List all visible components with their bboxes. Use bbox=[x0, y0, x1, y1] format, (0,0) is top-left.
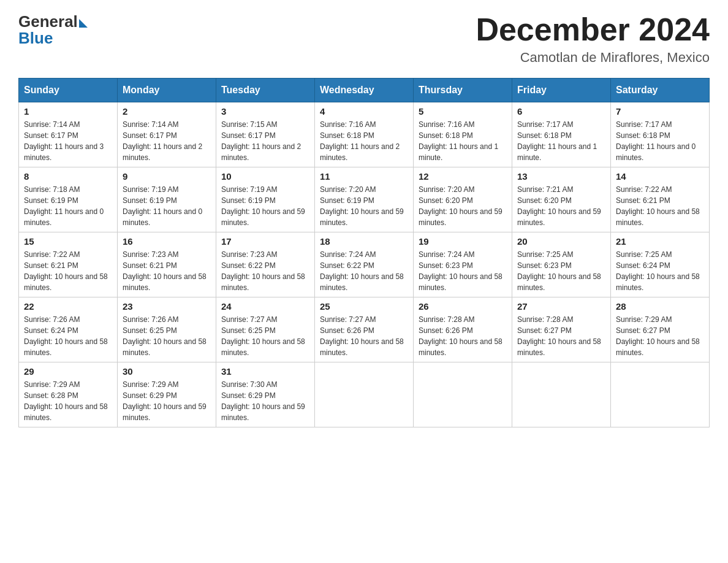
calendar-cell bbox=[512, 362, 611, 427]
day-number: 27 bbox=[517, 301, 605, 312]
calendar-cell bbox=[611, 362, 710, 427]
day-number: 16 bbox=[123, 236, 211, 247]
day-info: Sunrise: 7:19 AMSunset: 6:19 PMDaylight:… bbox=[123, 184, 211, 228]
column-header-thursday: Thursday bbox=[414, 79, 512, 102]
calendar-cell: 29 Sunrise: 7:29 AMSunset: 6:28 PMDaylig… bbox=[19, 362, 118, 427]
day-number: 1 bbox=[24, 106, 112, 117]
calendar-week-row: 22 Sunrise: 7:26 AMSunset: 6:24 PMDaylig… bbox=[19, 297, 710, 362]
calendar-cell: 21 Sunrise: 7:25 AMSunset: 6:24 PMDaylig… bbox=[611, 232, 710, 297]
day-info: Sunrise: 7:28 AMSunset: 6:26 PMDaylight:… bbox=[419, 314, 507, 358]
calendar-cell bbox=[315, 362, 414, 427]
day-info: Sunrise: 7:26 AMSunset: 6:24 PMDaylight:… bbox=[24, 314, 112, 358]
calendar-cell: 17 Sunrise: 7:23 AMSunset: 6:22 PMDaylig… bbox=[216, 232, 315, 297]
day-number: 3 bbox=[221, 106, 309, 117]
day-info: Sunrise: 7:20 AMSunset: 6:19 PMDaylight:… bbox=[320, 184, 408, 228]
day-info: Sunrise: 7:27 AMSunset: 6:25 PMDaylight:… bbox=[221, 314, 309, 358]
calendar-cell: 18 Sunrise: 7:24 AMSunset: 6:22 PMDaylig… bbox=[315, 232, 414, 297]
day-number: 26 bbox=[419, 301, 507, 312]
calendar-cell: 10 Sunrise: 7:19 AMSunset: 6:19 PMDaylig… bbox=[216, 167, 315, 232]
calendar-cell: 1 Sunrise: 7:14 AMSunset: 6:17 PMDayligh… bbox=[19, 102, 118, 167]
day-number: 30 bbox=[123, 366, 211, 377]
day-info: Sunrise: 7:24 AMSunset: 6:23 PMDaylight:… bbox=[419, 249, 507, 293]
day-number: 20 bbox=[517, 236, 605, 247]
day-info: Sunrise: 7:21 AMSunset: 6:20 PMDaylight:… bbox=[517, 184, 605, 228]
calendar-cell: 20 Sunrise: 7:25 AMSunset: 6:23 PMDaylig… bbox=[512, 232, 611, 297]
day-number: 13 bbox=[517, 171, 605, 182]
day-number: 22 bbox=[24, 301, 112, 312]
day-info: Sunrise: 7:29 AMSunset: 6:29 PMDaylight:… bbox=[123, 379, 211, 423]
calendar-cell: 23 Sunrise: 7:26 AMSunset: 6:25 PMDaylig… bbox=[118, 297, 216, 362]
day-info: Sunrise: 7:28 AMSunset: 6:27 PMDaylight:… bbox=[517, 314, 605, 358]
day-number: 7 bbox=[616, 106, 704, 117]
day-info: Sunrise: 7:15 AMSunset: 6:17 PMDaylight:… bbox=[221, 119, 309, 163]
day-number: 19 bbox=[419, 236, 507, 247]
day-info: Sunrise: 7:17 AMSunset: 6:18 PMDaylight:… bbox=[517, 119, 605, 163]
calendar-cell: 2 Sunrise: 7:14 AMSunset: 6:17 PMDayligh… bbox=[118, 102, 216, 167]
day-info: Sunrise: 7:27 AMSunset: 6:26 PMDaylight:… bbox=[320, 314, 408, 358]
calendar-cell: 27 Sunrise: 7:28 AMSunset: 6:27 PMDaylig… bbox=[512, 297, 611, 362]
column-header-saturday: Saturday bbox=[611, 79, 710, 102]
calendar-cell: 8 Sunrise: 7:18 AMSunset: 6:19 PMDayligh… bbox=[19, 167, 118, 232]
day-info: Sunrise: 7:19 AMSunset: 6:19 PMDaylight:… bbox=[221, 184, 309, 228]
day-number: 9 bbox=[123, 171, 211, 182]
day-info: Sunrise: 7:25 AMSunset: 6:23 PMDaylight:… bbox=[517, 249, 605, 293]
day-number: 29 bbox=[24, 366, 112, 377]
header: General Blue December 2024 Camotlan de M… bbox=[18, 12, 710, 66]
column-header-tuesday: Tuesday bbox=[216, 79, 315, 102]
calendar-cell: 25 Sunrise: 7:27 AMSunset: 6:26 PMDaylig… bbox=[315, 297, 414, 362]
day-info: Sunrise: 7:26 AMSunset: 6:25 PMDaylight:… bbox=[123, 314, 211, 358]
day-number: 15 bbox=[24, 236, 112, 247]
calendar-week-row: 29 Sunrise: 7:29 AMSunset: 6:28 PMDaylig… bbox=[19, 362, 710, 427]
day-info: Sunrise: 7:22 AMSunset: 6:21 PMDaylight:… bbox=[616, 184, 704, 228]
calendar-cell: 30 Sunrise: 7:29 AMSunset: 6:29 PMDaylig… bbox=[118, 362, 216, 427]
day-info: Sunrise: 7:29 AMSunset: 6:28 PMDaylight:… bbox=[24, 379, 112, 423]
calendar-cell: 5 Sunrise: 7:16 AMSunset: 6:18 PMDayligh… bbox=[414, 102, 512, 167]
calendar-cell: 15 Sunrise: 7:22 AMSunset: 6:21 PMDaylig… bbox=[19, 232, 118, 297]
calendar-week-row: 8 Sunrise: 7:18 AMSunset: 6:19 PMDayligh… bbox=[19, 167, 710, 232]
day-number: 2 bbox=[123, 106, 211, 117]
calendar-cell: 9 Sunrise: 7:19 AMSunset: 6:19 PMDayligh… bbox=[118, 167, 216, 232]
day-number: 14 bbox=[616, 171, 704, 182]
day-number: 28 bbox=[616, 301, 704, 312]
month-title: December 2024 bbox=[476, 12, 710, 47]
day-number: 18 bbox=[320, 236, 408, 247]
day-info: Sunrise: 7:23 AMSunset: 6:22 PMDaylight:… bbox=[221, 249, 309, 293]
logo-blue-text: Blue bbox=[18, 29, 53, 48]
column-header-friday: Friday bbox=[512, 79, 611, 102]
calendar-cell: 26 Sunrise: 7:28 AMSunset: 6:26 PMDaylig… bbox=[414, 297, 512, 362]
column-header-sunday: Sunday bbox=[19, 79, 118, 102]
logo-arrow-icon bbox=[79, 19, 88, 28]
column-header-monday: Monday bbox=[118, 79, 216, 102]
day-number: 25 bbox=[320, 301, 408, 312]
day-number: 24 bbox=[221, 301, 309, 312]
calendar-cell: 11 Sunrise: 7:20 AMSunset: 6:19 PMDaylig… bbox=[315, 167, 414, 232]
calendar-cell: 6 Sunrise: 7:17 AMSunset: 6:18 PMDayligh… bbox=[512, 102, 611, 167]
day-info: Sunrise: 7:25 AMSunset: 6:24 PMDaylight:… bbox=[616, 249, 704, 293]
calendar-cell: 3 Sunrise: 7:15 AMSunset: 6:17 PMDayligh… bbox=[216, 102, 315, 167]
day-number: 6 bbox=[517, 106, 605, 117]
day-info: Sunrise: 7:24 AMSunset: 6:22 PMDaylight:… bbox=[320, 249, 408, 293]
column-header-wednesday: Wednesday bbox=[315, 79, 414, 102]
day-number: 8 bbox=[24, 171, 112, 182]
calendar-table: SundayMondayTuesdayWednesdayThursdayFrid… bbox=[18, 78, 710, 427]
day-info: Sunrise: 7:29 AMSunset: 6:27 PMDaylight:… bbox=[616, 314, 704, 358]
day-info: Sunrise: 7:16 AMSunset: 6:18 PMDaylight:… bbox=[419, 119, 507, 163]
calendar-cell: 13 Sunrise: 7:21 AMSunset: 6:20 PMDaylig… bbox=[512, 167, 611, 232]
logo: General Blue bbox=[18, 12, 88, 48]
day-info: Sunrise: 7:16 AMSunset: 6:18 PMDaylight:… bbox=[320, 119, 408, 163]
calendar-header-row: SundayMondayTuesdayWednesdayThursdayFrid… bbox=[19, 79, 710, 102]
calendar-cell: 31 Sunrise: 7:30 AMSunset: 6:29 PMDaylig… bbox=[216, 362, 315, 427]
calendar-cell: 12 Sunrise: 7:20 AMSunset: 6:20 PMDaylig… bbox=[414, 167, 512, 232]
day-info: Sunrise: 7:17 AMSunset: 6:18 PMDaylight:… bbox=[616, 119, 704, 163]
day-number: 4 bbox=[320, 106, 408, 117]
calendar-cell: 7 Sunrise: 7:17 AMSunset: 6:18 PMDayligh… bbox=[611, 102, 710, 167]
day-number: 10 bbox=[221, 171, 309, 182]
calendar-cell: 16 Sunrise: 7:23 AMSunset: 6:21 PMDaylig… bbox=[118, 232, 216, 297]
day-info: Sunrise: 7:14 AMSunset: 6:17 PMDaylight:… bbox=[24, 119, 112, 163]
location-title: Camotlan de Miraflores, Mexico bbox=[476, 50, 710, 66]
day-info: Sunrise: 7:18 AMSunset: 6:19 PMDaylight:… bbox=[24, 184, 112, 228]
day-info: Sunrise: 7:14 AMSunset: 6:17 PMDaylight:… bbox=[123, 119, 211, 163]
calendar-week-row: 1 Sunrise: 7:14 AMSunset: 6:17 PMDayligh… bbox=[19, 102, 710, 167]
calendar-cell: 24 Sunrise: 7:27 AMSunset: 6:25 PMDaylig… bbox=[216, 297, 315, 362]
day-number: 23 bbox=[123, 301, 211, 312]
